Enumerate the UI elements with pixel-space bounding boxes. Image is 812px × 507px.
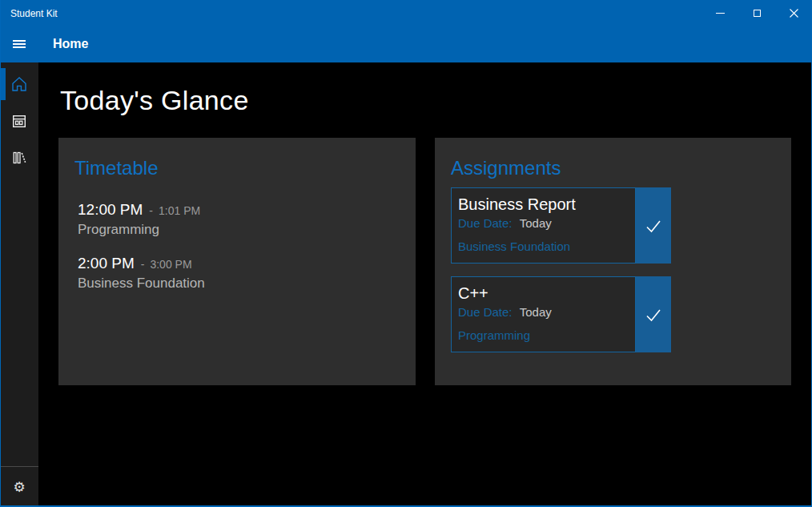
maximize-button[interactable] bbox=[738, 0, 775, 26]
assignment-course: Business Foundation bbox=[458, 239, 629, 255]
check-icon bbox=[644, 305, 663, 324]
minimize-button[interactable] bbox=[701, 0, 738, 26]
entry-start-time: 12:00 PM bbox=[78, 200, 143, 219]
panels-row: Timetable 12:00 PM - 1:01 PM Programming… bbox=[58, 138, 812, 385]
window-border-left bbox=[0, 0, 1, 507]
close-icon bbox=[790, 9, 798, 18]
minimize-icon bbox=[716, 13, 725, 14]
entry-course: Programming bbox=[78, 220, 400, 239]
entry-end-time: 3:00 PM bbox=[150, 255, 191, 274]
entry-start-time: 2:00 PM bbox=[78, 254, 135, 273]
sidebar: ⚙ bbox=[0, 62, 38, 507]
assignment-title: C++ bbox=[458, 283, 629, 304]
entry-end-time: 1:01 PM bbox=[159, 201, 200, 220]
check-icon bbox=[644, 216, 663, 235]
assignments-panel: Assignments Business Report Due Date: To… bbox=[435, 138, 791, 385]
due-date-value: Today bbox=[520, 216, 552, 230]
timetable-panel: Timetable 12:00 PM - 1:01 PM Programming… bbox=[58, 138, 416, 385]
library-icon bbox=[11, 150, 27, 166]
sidebar-item-home[interactable] bbox=[0, 66, 38, 103]
sidebar-item-courses[interactable] bbox=[0, 139, 38, 176]
close-button[interactable] bbox=[775, 0, 812, 26]
caption-buttons bbox=[701, 0, 812, 26]
assignment-details[interactable]: C++ Due Date: Today Programming bbox=[451, 276, 636, 352]
entry-time-separator: - bbox=[149, 201, 153, 220]
timetable-entry[interactable]: 12:00 PM - 1:01 PM Programming bbox=[78, 200, 400, 239]
assignment-card: Business Report Due Date: Today Business… bbox=[451, 187, 671, 264]
sidebar-item-timetable[interactable] bbox=[0, 103, 38, 139]
due-date-value: Today bbox=[520, 305, 552, 319]
assignments-title: Assignments bbox=[451, 155, 775, 181]
hamburger-menu-button[interactable] bbox=[0, 26, 38, 62]
app-title: Student Kit bbox=[0, 6, 58, 19]
complete-assignment-button[interactable] bbox=[636, 187, 671, 264]
hamburger-icon bbox=[13, 40, 26, 42]
complete-assignment-button[interactable] bbox=[636, 276, 671, 352]
assignment-details[interactable]: Business Report Due Date: Today Business… bbox=[451, 187, 636, 264]
selected-indicator bbox=[0, 68, 6, 100]
entry-course: Business Foundation bbox=[78, 274, 400, 293]
timetable-entry[interactable]: 2:00 PM - 3:00 PM Business Foundation bbox=[78, 254, 400, 293]
page-title: Home bbox=[53, 37, 88, 51]
assignment-title: Business Report bbox=[458, 194, 629, 215]
entry-time-separator: - bbox=[141, 255, 145, 274]
assignment-card: C++ Due Date: Today Programming bbox=[451, 276, 671, 352]
due-date-label: Due Date: bbox=[458, 305, 513, 319]
gear-icon: ⚙ bbox=[13, 481, 25, 494]
sidebar-item-settings[interactable]: ⚙ bbox=[0, 467, 38, 507]
page-heading: Today's Glance bbox=[60, 83, 812, 117]
main-content: Today's Glance Timetable 12:00 PM - 1:01… bbox=[38, 62, 812, 507]
due-date-label: Due Date: bbox=[458, 216, 513, 230]
calendar-icon bbox=[11, 113, 27, 129]
assignment-course: Programming bbox=[458, 328, 629, 344]
nav-header: Home bbox=[0, 26, 812, 62]
home-icon bbox=[10, 75, 28, 93]
titlebar: Student Kit bbox=[0, 0, 812, 26]
timetable-title: Timetable bbox=[74, 155, 400, 181]
maximize-icon bbox=[754, 10, 761, 17]
